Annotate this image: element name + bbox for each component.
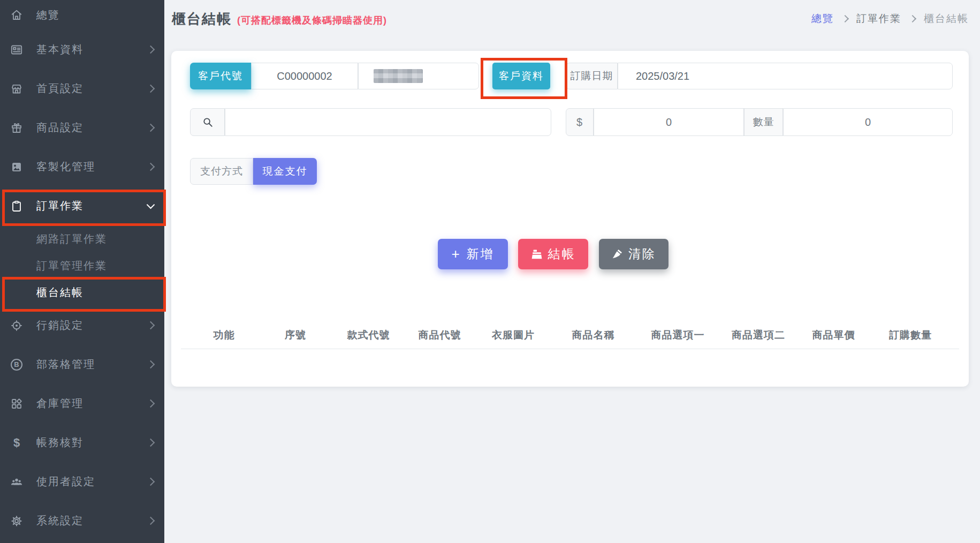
sidebar-item-label: 倉庫管理 [36,396,148,411]
customer-info-button[interactable]: 客戶資料 [492,63,550,89]
sidebar-item-label: 客製化管理 [36,160,148,174]
chevron-right-icon [841,15,849,22]
breadcrumb-current: 櫃台結帳 [924,12,969,26]
search-label [190,108,225,136]
gear-icon [10,514,24,528]
sidebar: 總覽 基本資料 首頁設定 商品設定 客 [0,0,164,543]
chevron-right-icon [147,85,155,93]
counter-checkout-screen: 總覽 基本資料 首頁設定 商品設定 客 [0,0,980,543]
chevron-right-icon [147,46,155,54]
column-header: 衣服圖片 [475,328,551,342]
column-header: 商品選項二 [720,328,796,342]
search-input[interactable] [225,108,551,136]
clear-button[interactable]: 清除 [599,239,668,269]
chevron-right-icon [147,163,155,171]
brush-icon [611,248,623,260]
column-header: 訂購數量 [871,328,950,342]
gift-icon [10,121,24,135]
quantity-label: 數量 [744,108,783,136]
cash-payment-button[interactable]: 現金支付 [253,158,317,185]
sidebar-item-counter-checkout[interactable]: 櫃台結帳 [0,279,164,306]
amount-label: $ [566,108,594,136]
sidebar-item-basic-data[interactable]: 基本資料 [0,30,164,69]
sidebar-item-product-settings[interactable]: 商品設定 [0,108,164,147]
image-icon [10,160,24,174]
order-date-input[interactable]: 2025/03/21 [618,63,953,89]
quantity-input[interactable]: 0 [783,108,953,136]
id-card-icon [10,43,24,57]
order-table-header: 功能 序號 款式代號 商品代號 衣服圖片 商品名稱 商品選項一 商品選項二 商品… [181,321,959,349]
chevron-right-icon [147,321,155,330]
redacted-customer-name [374,69,423,83]
order-date-label: 訂購日期 [566,63,618,89]
breadcrumb-overview-link[interactable]: 總覽 [811,12,834,26]
sidebar-item-label: 訂單管理作業 [36,259,107,273]
chevron-right-icon [147,517,155,525]
home-icon [10,8,24,22]
sidebar-item-system-settings[interactable]: 系統設定 [0,501,164,540]
sidebar-item-order-management[interactable]: 訂單管理作業 [0,252,164,279]
column-header: 序號 [258,328,333,342]
checkout-button[interactable]: 結帳 [518,239,588,269]
dollar-icon: $ [10,436,24,450]
sidebar-item-warehouse-management[interactable]: 倉庫管理 [0,384,164,423]
breadcrumb: 總覽 訂單作業 櫃台結帳 [811,12,969,26]
customer-code-label: 客戶代號 [190,63,251,89]
page-subtitle: (可搭配標籤機及條碼掃瞄器使用) [237,14,387,27]
sidebar-item-overview[interactable]: 總覽 [0,0,164,30]
column-header: 功能 [190,328,258,342]
column-header: 商品名稱 [551,328,635,342]
sidebar-item-label: 商品設定 [36,120,148,135]
breadcrumb-section[interactable]: 訂單作業 [856,12,901,26]
chevron-right-icon [147,439,155,447]
sidebar-item-label: 行銷設定 [36,318,148,333]
cash-register-icon [531,248,543,260]
customer-code-input[interactable]: C00000002 [251,63,358,89]
sidebar-item-homepage-settings[interactable]: 首頁設定 [0,69,164,108]
sidebar-item-label: 帳務核對 [36,435,148,450]
sidebar-item-blog-management[interactable]: B 部落格管理 [0,345,164,384]
blocks-icon [10,397,24,411]
chevron-right-icon [147,399,155,408]
chevron-right-icon [147,124,155,132]
sidebar-item-label: 櫃台結帳 [36,285,83,300]
checkout-card: 客戶代號 C00000002 客戶資料 訂購日期 2025/03/21 $ 0 … [171,51,969,387]
sidebar-item-label: 網路訂單作業 [36,232,107,246]
sidebar-item-marketing-settings[interactable]: 行銷設定 [0,306,164,345]
chevron-right-icon [147,360,155,369]
sidebar-item-label: 使用者設定 [36,474,148,489]
sidebar-item-label: 系統設定 [36,514,148,528]
search-icon [202,116,214,128]
amount-input[interactable]: 0 [594,108,744,136]
sidebar-item-label: 部落格管理 [36,357,148,372]
column-header: 商品選項一 [635,328,720,342]
sidebar-item-customization[interactable]: 客製化管理 [0,147,164,186]
page-title: 櫃台結帳 [172,10,232,28]
blog-icon: B [10,358,24,372]
column-header: 商品代號 [404,328,475,342]
sidebar-item-label: 訂單作業 [36,199,148,213]
add-button[interactable]: + 新增 [438,239,508,269]
storefront-icon [10,82,24,96]
sidebar-item-account-reconciliation[interactable]: $ 帳務核對 [0,423,164,462]
sidebar-item-label: 總覽 [36,8,154,22]
payment-method-label: 支付方式 [190,158,253,185]
sidebar-item-label: 基本資料 [36,42,148,57]
sidebar-item-order-operations[interactable]: 訂單作業 [0,186,164,225]
sidebar-item-label: 首頁設定 [36,81,148,96]
sidebar-item-user-settings[interactable]: 使用者設定 [0,462,164,501]
chevron-right-icon [909,15,916,22]
customer-name-field[interactable] [358,63,479,89]
chevron-down-icon [147,200,155,209]
clipboard-icon [10,199,24,213]
column-header: 商品單價 [796,328,871,342]
users-icon [10,475,24,489]
sidebar-item-online-orders[interactable]: 網路訂單作業 [0,225,164,252]
target-icon [10,319,24,333]
column-header: 款式代號 [333,328,404,342]
chevron-right-icon [147,478,155,486]
plus-icon: + [451,247,461,261]
